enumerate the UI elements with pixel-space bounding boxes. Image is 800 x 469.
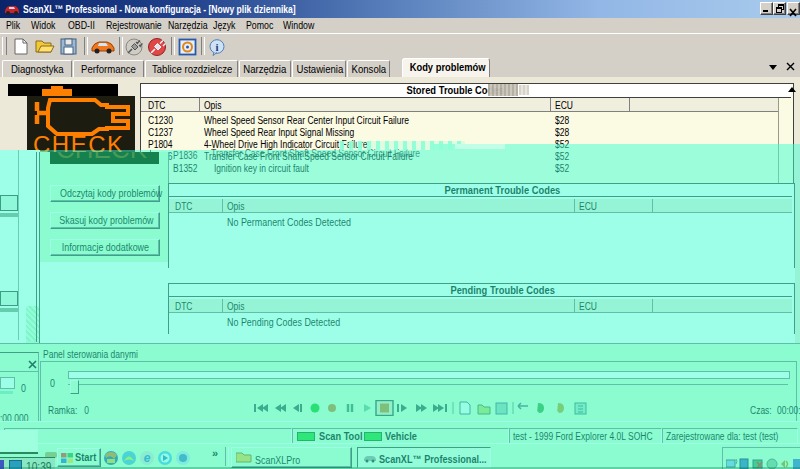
svg-text:i: i [215, 41, 218, 53]
